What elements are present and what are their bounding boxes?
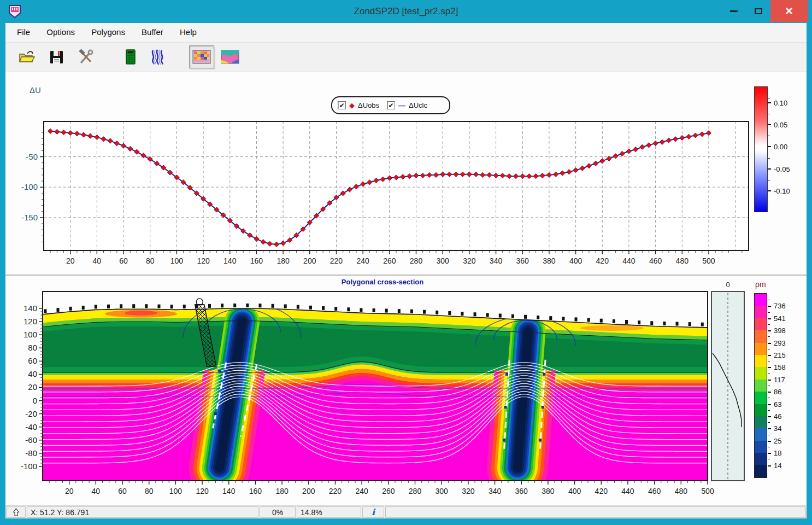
- clc-line-icon: —: [398, 101, 405, 109]
- close-icon: ×: [785, 3, 793, 19]
- status-spacer: [385, 506, 806, 518]
- menu-polygons[interactable]: Polygons: [84, 23, 132, 43]
- rho-colorbar-tick: 117: [774, 376, 785, 384]
- rho-colorbar-tick: 158: [774, 363, 786, 371]
- svg-text:80: 80: [28, 343, 37, 352]
- svg-text:60: 60: [28, 356, 37, 365]
- svg-text:180: 180: [275, 487, 289, 495]
- hammer-wrench-icon: [78, 49, 94, 65]
- rho-colorbar-tick: 86: [774, 388, 781, 396]
- svg-text:0: 0: [33, 396, 37, 405]
- svg-text:120: 120: [23, 317, 37, 326]
- rho-colorbar-tick: 215: [774, 351, 786, 359]
- rho-colorbar-tick: 63: [774, 400, 781, 409]
- svg-text:-80: -80: [25, 448, 37, 458]
- svg-text:340: 340: [489, 487, 502, 495]
- svg-text:420: 420: [596, 256, 609, 265]
- svg-text:360: 360: [516, 256, 529, 265]
- svg-text:100: 100: [170, 256, 184, 265]
- mesh-waves-button[interactable]: [149, 46, 169, 67]
- settings-tools-button[interactable]: [75, 46, 96, 67]
- rho-colorbar-tick: 25: [774, 437, 781, 445]
- svg-text:240: 240: [355, 487, 368, 495]
- save-file-button[interactable]: [46, 46, 67, 67]
- menu-file[interactable]: File: [10, 23, 37, 43]
- app-window: ZondSP2D [test_pr2.sp2] × File Options P…: [0, 0, 812, 525]
- svg-text:-60: -60: [25, 435, 37, 445]
- rho-colorbar-tick: 34: [774, 424, 781, 433]
- svg-text:140: 140: [222, 487, 236, 495]
- open-file-button[interactable]: [16, 46, 37, 67]
- menu-help[interactable]: Help: [173, 23, 204, 43]
- rho-colorbar-tick: 14: [774, 462, 781, 470]
- maximize-button[interactable]: [746, 0, 770, 22]
- progress-cell-1: 0%: [260, 506, 296, 518]
- svg-text:260: 260: [383, 256, 396, 265]
- menu-options[interactable]: Options: [39, 23, 82, 43]
- section-view-button[interactable]: [189, 45, 214, 68]
- svg-text:320: 320: [463, 256, 476, 265]
- minimize-button[interactable]: [721, 0, 746, 22]
- svg-text:300: 300: [436, 487, 449, 495]
- svg-text:380: 380: [542, 487, 555, 495]
- svg-text:100: 100: [23, 330, 37, 339]
- resistivity-section-chart[interactable]: 2040608010012014016018020022024026028030…: [5, 276, 807, 506]
- svg-text:440: 440: [622, 256, 636, 265]
- svg-text:280: 280: [409, 487, 422, 495]
- svg-text:140: 140: [223, 256, 237, 265]
- du-colorbar-tick: 0.10: [774, 99, 787, 107]
- pointer-arrow-icon: [13, 508, 20, 517]
- svg-text:100: 100: [169, 487, 183, 495]
- svg-text:20: 20: [28, 382, 37, 392]
- menu-buffer[interactable]: Buffer: [134, 23, 170, 43]
- du-colorbar-gradient: [754, 86, 768, 212]
- close-button[interactable]: ×: [770, 0, 808, 22]
- rho-colorbar-tick: 293: [774, 339, 786, 347]
- app-icon: [8, 4, 22, 19]
- cursor-mode-cell: [6, 506, 26, 518]
- obs-checkbox[interactable]: ✔: [338, 101, 346, 109]
- du-colorbar-tick: -0.05: [774, 165, 790, 173]
- svg-text:460: 460: [648, 487, 661, 495]
- progress-cell-2: 14.8%: [297, 506, 361, 518]
- svg-text:260: 260: [382, 487, 395, 495]
- svg-text:340: 340: [490, 256, 503, 265]
- svg-text:-100: -100: [21, 462, 37, 471]
- obs-marker-icon: ◆: [349, 101, 355, 109]
- svg-text:480: 480: [675, 487, 688, 495]
- svg-text:200: 200: [303, 256, 316, 265]
- svg-text:40: 40: [92, 487, 101, 495]
- floppy-disk-icon: [49, 50, 64, 65]
- model-calculator-button[interactable]: [120, 46, 141, 67]
- svg-text:380: 380: [543, 256, 556, 265]
- svg-text:-20: -20: [25, 409, 37, 418]
- open-folder-icon: [19, 50, 35, 64]
- svg-text:280: 280: [410, 256, 423, 265]
- svg-text:400: 400: [568, 487, 581, 495]
- clc-checkbox[interactable]: ✔: [387, 101, 395, 109]
- svg-text:80: 80: [145, 487, 154, 495]
- obs-label: ΔUobs: [358, 101, 379, 109]
- svg-text:200: 200: [302, 487, 315, 495]
- svg-text:-50: -50: [26, 152, 38, 161]
- svg-text:300: 300: [437, 256, 450, 265]
- rho-colorbar-ticks: 73654139829321515811786634634251814: [754, 293, 812, 478]
- svg-text:40: 40: [28, 369, 37, 378]
- window-title: ZondSP2D [test_pr2.sp2]: [0, 0, 812, 23]
- svg-text:-100: -100: [21, 182, 38, 191]
- svg-text:120: 120: [197, 256, 210, 265]
- svg-text:480: 480: [676, 256, 689, 265]
- statusbar: X: 51.2 Y: 86.791 0% 14.8% i: [5, 505, 807, 518]
- menubar: File Options Polygons Buffer Help: [5, 23, 807, 43]
- svg-text:500: 500: [701, 487, 714, 495]
- map-view-button[interactable]: [220, 46, 240, 67]
- rho-colorbar-label: ρm: [755, 280, 766, 289]
- du-colorbar-tick: 0.05: [774, 121, 787, 129]
- titlebar: ZondSP2D [test_pr2.sp2] ×: [0, 0, 812, 23]
- info-icon[interactable]: i: [362, 506, 384, 518]
- du-colorbar-tick: -0.10: [774, 187, 790, 195]
- svg-text:-40: -40: [25, 422, 37, 431]
- svg-text:320: 320: [462, 487, 475, 495]
- toolbar: [5, 43, 807, 72]
- svg-text:140: 140: [23, 304, 37, 313]
